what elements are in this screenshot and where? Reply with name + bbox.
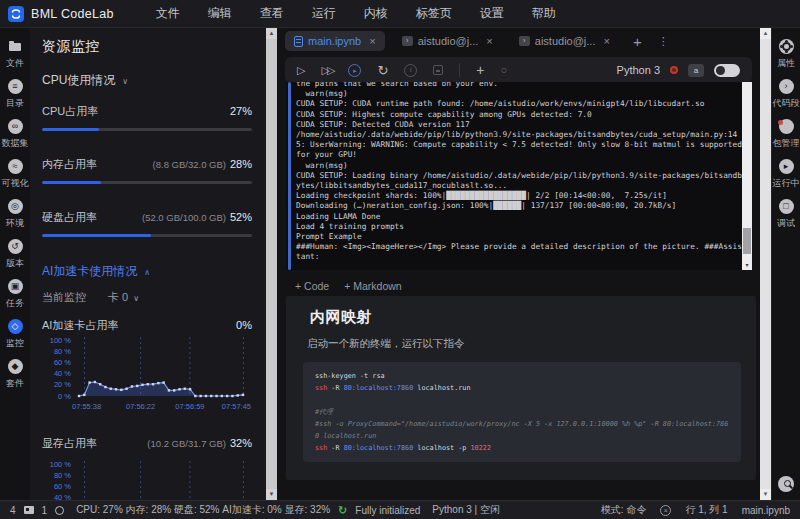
terminal-icon bbox=[24, 506, 34, 514]
left-activity-bar: 文件≡目录∞数据集≈可视化◎环境↺版本▣任务◇监控◆套件 bbox=[0, 28, 30, 500]
sidebar-item-tasks[interactable]: ▣任务 bbox=[6, 279, 24, 310]
output-scrollbar[interactable]: ▾ bbox=[742, 82, 752, 270]
run-all-button[interactable]: ▷▷ bbox=[321, 65, 332, 76]
menu-item[interactable]: 查看 bbox=[260, 5, 284, 22]
scroll-down-icon[interactable]: ▼ bbox=[760, 489, 771, 500]
menu-item[interactable]: 内核 bbox=[364, 5, 388, 22]
svg-text:80 %: 80 % bbox=[54, 347, 71, 356]
sidebar-item-suite[interactable]: ◆套件 bbox=[6, 359, 24, 390]
sidebar-item-code-snippet[interactable]: ›代码段 bbox=[773, 79, 800, 110]
scroll-down-icon[interactable]: ▼ bbox=[266, 489, 277, 500]
right-activity-bar: 属性›代码段包管理▸运行中□调试 bbox=[771, 28, 800, 500]
cpu-section-header[interactable]: CPU使用情况∨ bbox=[42, 72, 252, 89]
svg-text:60 %: 60 % bbox=[54, 358, 71, 367]
cell-collapser[interactable] bbox=[288, 82, 291, 270]
metric-gpu-memory: 显存占用率 (10.2 GB/31.7 GB)32% bbox=[42, 436, 252, 451]
kernel-count[interactable]: 1 bbox=[42, 505, 48, 516]
chevron-down-icon: ∨ bbox=[133, 294, 139, 303]
auto-complete-icon[interactable]: a bbox=[688, 64, 704, 77]
svg-text:80 %: 80 % bbox=[54, 471, 71, 480]
sidebar-item-folder[interactable]: 文件 bbox=[6, 39, 24, 70]
restart-kernel-button[interactable]: ↻ bbox=[377, 64, 388, 77]
sidebar-item-dataset[interactable]: ∞数据集 bbox=[2, 119, 29, 150]
svg-text:100 %: 100 % bbox=[50, 336, 72, 345]
tab-aistudio-j-[interactable]: ›aistudio@j...× bbox=[393, 31, 502, 51]
notifications-icon[interactable]: × bbox=[660, 505, 671, 516]
close-icon[interactable]: × bbox=[486, 35, 492, 47]
svg-text:40 %: 40 % bbox=[54, 493, 71, 500]
menu-items: 文件编辑查看运行内核标签页设置帮助 bbox=[156, 5, 556, 22]
panel-title: 资源监控 bbox=[42, 38, 252, 56]
sidebar-item-environment[interactable]: ◎环境 bbox=[6, 199, 24, 230]
restart-and-run-button[interactable]: ▸ bbox=[348, 64, 361, 77]
interrupt-button[interactable]: ‖ bbox=[404, 64, 417, 77]
notebook-area: main.ipynb×›aistudio@j...×›aistudio@j...… bbox=[277, 28, 760, 500]
terminal-count[interactable]: 4 bbox=[10, 505, 16, 516]
monitor-icon: ◇ bbox=[8, 319, 23, 334]
kernel-selector[interactable]: Python 3 bbox=[617, 64, 660, 76]
kernel-busy-icon bbox=[670, 66, 678, 74]
add-code-button[interactable]: + Code bbox=[295, 280, 329, 292]
metric-disk: 硬盘占用率 (52.0 GB/100.0 GB)52% bbox=[42, 210, 252, 225]
app-title: BML CodeLab bbox=[31, 7, 114, 21]
sidebar-item-version[interactable]: ↺版本 bbox=[6, 239, 24, 270]
menu-item[interactable]: 设置 bbox=[480, 5, 504, 22]
debug-icon: □ bbox=[779, 199, 794, 214]
sidebar-item-running[interactable]: ▸运行中 bbox=[773, 159, 800, 190]
kernel-idle-icon: ○ bbox=[500, 65, 507, 76]
markdown-cell[interactable]: 内网映射 启动一个新的终端，运行以下指令 ssh-keygen -t rsass… bbox=[286, 296, 756, 480]
sidebar-item-properties[interactable]: 属性 bbox=[777, 39, 795, 70]
card-select[interactable]: 卡 0∨ bbox=[108, 290, 139, 305]
menu-item[interactable]: 文件 bbox=[156, 5, 180, 22]
toc-icon: ≡ bbox=[8, 79, 23, 94]
kernel-icon bbox=[55, 506, 64, 515]
close-icon[interactable]: × bbox=[603, 35, 609, 47]
new-tab-button[interactable]: + bbox=[633, 33, 642, 50]
sidebar-item-monitor[interactable]: ◇监控 bbox=[6, 319, 24, 350]
terminal-icon: › bbox=[519, 36, 530, 46]
version-icon: ↺ bbox=[8, 239, 23, 254]
menu-item[interactable]: 编辑 bbox=[208, 5, 232, 22]
edit-mode[interactable]: 模式: 命令 bbox=[601, 503, 647, 517]
properties-icon bbox=[779, 39, 794, 54]
notebook-toolbar: ▷ ▷▷ ▸ ↻ ‖ + ○ Python 3 a bbox=[285, 57, 752, 83]
sidebar-item-toc[interactable]: ≡目录 bbox=[6, 79, 24, 110]
scrollbar-thumb[interactable] bbox=[743, 228, 751, 254]
scroll-up-icon[interactable]: ▲ bbox=[760, 28, 771, 39]
add-markdown-button[interactable]: + Markdown bbox=[344, 280, 401, 292]
add-cell-button[interactable]: + bbox=[476, 63, 484, 77]
visualization-icon: ≈ bbox=[8, 159, 23, 174]
panel-scrollbar[interactable]: ▲ ▼ bbox=[266, 28, 277, 500]
toolbar-toggle[interactable] bbox=[714, 64, 740, 77]
menu-item[interactable]: 帮助 bbox=[532, 5, 556, 22]
close-icon[interactable]: × bbox=[369, 35, 375, 47]
scroll-down-icon[interactable]: ▾ bbox=[742, 260, 752, 270]
status-bar: 4 1 CPU: 27% 内存: 28% 硬盘: 52% AI加速卡: 0% 显… bbox=[0, 500, 800, 519]
kernel-status[interactable]: Python 3 | 空闲 bbox=[432, 503, 500, 517]
scroll-up-icon[interactable]: ▲ bbox=[266, 28, 277, 39]
tab-aistudio-j-[interactable]: ›aistudio@j...× bbox=[510, 31, 619, 51]
sidebar-item-visualization[interactable]: ≈可视化 bbox=[2, 159, 29, 190]
menu-item[interactable]: 标签页 bbox=[416, 5, 452, 22]
save-button[interactable] bbox=[433, 65, 443, 75]
ai-card-section-header[interactable]: AI加速卡使用情况∧ bbox=[42, 263, 252, 280]
metric-ai-util: AI加速卡占用率 0% bbox=[42, 318, 252, 333]
environment-icon: ◎ bbox=[8, 199, 23, 214]
notebook-scrollbar[interactable]: ▲ ▼ bbox=[760, 28, 771, 500]
gpu-memory-usage-chart: 0 %20 %40 %60 %80 %100 % bbox=[40, 456, 252, 500]
run-button[interactable]: ▷ bbox=[297, 65, 305, 76]
init-status: Fully initialized bbox=[355, 505, 420, 516]
markdown-heading: 内网映射 bbox=[310, 308, 756, 327]
chevron-up-icon: ∧ bbox=[144, 268, 150, 277]
tab-main-ipynb[interactable]: main.ipynb× bbox=[285, 31, 385, 51]
metric-cpu: CPU占用率 27% bbox=[42, 104, 252, 119]
tab-menu-icon[interactable]: ⋮ bbox=[658, 35, 669, 48]
menu-item[interactable]: 运行 bbox=[312, 5, 336, 22]
code-snippet-icon: › bbox=[779, 79, 794, 94]
sidebar-item-package-manager[interactable]: 包管理 bbox=[773, 119, 800, 150]
cursor-position[interactable]: 行 1, 列 1 bbox=[685, 503, 727, 517]
current-monitor-row: 当前监控 卡 0∨ bbox=[42, 290, 252, 305]
search-button[interactable] bbox=[778, 476, 794, 492]
resource-monitor-panel: 资源监控 CPU使用情况∨ CPU占用率 27% 内存占用率 (8.8 GB/3… bbox=[30, 28, 266, 500]
sidebar-item-debug[interactable]: □调试 bbox=[777, 199, 795, 230]
